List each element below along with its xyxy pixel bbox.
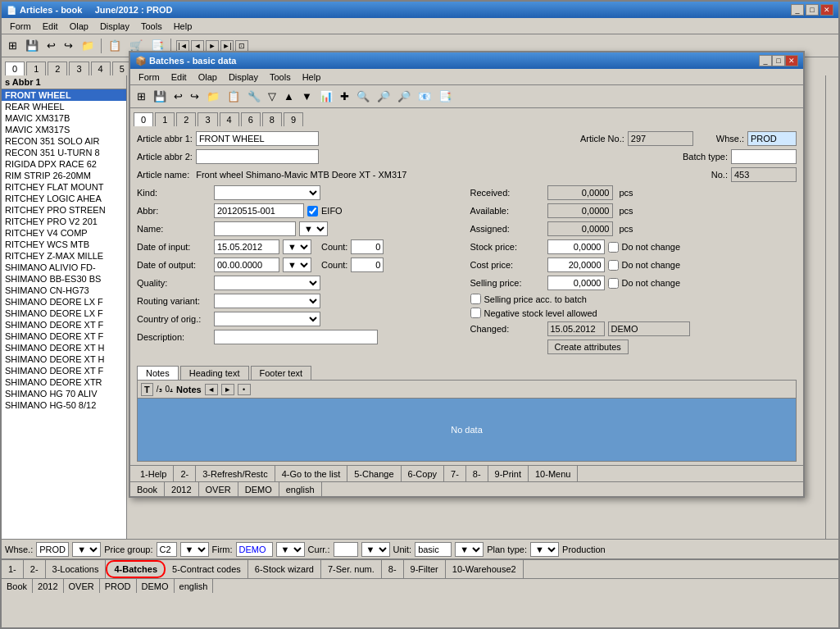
sidebar-item-ritchey6[interactable]: RITCHEY WCS MTB bbox=[2, 239, 126, 250]
num-tab-0[interactable]: 0 bbox=[5, 62, 25, 75]
sidebar-item-ritchey2[interactable]: RITCHEY LOGIC AHEA bbox=[2, 193, 126, 204]
unit-select[interactable]: ▼ bbox=[455, 542, 484, 557]
dialog-tb-undo[interactable]: ↩ bbox=[170, 88, 186, 106]
sidebar-item-shimano9[interactable]: SHIMANO DEORE XT H bbox=[2, 353, 126, 365]
sidebar-item-shimano3[interactable]: SHIMANO CN-HG73 bbox=[2, 285, 126, 296]
sidebar-item-ritchey7[interactable]: RITCHEY Z-MAX MILLE bbox=[2, 250, 126, 262]
date-output-select[interactable]: ▼ bbox=[283, 258, 311, 272]
bottom-nav-2[interactable]: 2- bbox=[24, 560, 46, 578]
name-select[interactable]: ▼ bbox=[299, 221, 328, 236]
dialog-tab-1[interactable]: 1 bbox=[155, 112, 175, 126]
firm-input[interactable] bbox=[236, 542, 273, 557]
dialog-tb-search3[interactable]: 🔎 bbox=[394, 88, 414, 106]
dialog-menu-display[interactable]: Display bbox=[224, 71, 263, 84]
dialog-menu-form[interactable]: Form bbox=[134, 71, 165, 84]
negstock-checkbox[interactable] bbox=[470, 308, 481, 318]
bottom-nav-1[interactable]: 1- bbox=[2, 560, 24, 578]
dialog-tab-6[interactable]: 6 bbox=[241, 112, 261, 126]
dialog-minimize[interactable]: _ bbox=[759, 55, 772, 66]
sidebar-item-shimano1[interactable]: SHIMANO ALIVIO FD- bbox=[2, 262, 126, 273]
received-input[interactable] bbox=[547, 185, 613, 200]
sidebar-item-mavics[interactable]: MAVIC XM317S bbox=[2, 124, 126, 135]
maximize-button[interactable]: □ bbox=[806, 4, 819, 16]
sidebar-item-shimano12[interactable]: SHIMANO HG 70 ALIV bbox=[2, 388, 126, 399]
sidebar-item-mavicb[interactable]: MAVIC XM317B bbox=[2, 112, 126, 124]
sidebar-item-shimano4[interactable]: SHIMANO DEORE LX F bbox=[2, 296, 126, 308]
plantype-select[interactable]: ▼ bbox=[530, 542, 559, 557]
sidebar-item-shimano10[interactable]: SHIMANO DEORE XT F bbox=[2, 365, 126, 376]
changed-user[interactable] bbox=[608, 321, 690, 336]
notes-left-icon[interactable]: ◄ bbox=[205, 384, 218, 395]
dialog-tb-open[interactable]: 📁 bbox=[203, 88, 223, 106]
sidebar-item-shimano8[interactable]: SHIMANO DEORE XT H bbox=[2, 342, 126, 353]
curr-select[interactable]: ▼ bbox=[361, 542, 390, 557]
sidebar-item-recon1[interactable]: RECON 351 SOLO AIR bbox=[2, 135, 126, 147]
menu-edit[interactable]: Edit bbox=[38, 20, 63, 33]
date-output-field[interactable] bbox=[214, 258, 279, 272]
changed-date[interactable] bbox=[547, 321, 605, 336]
dialog-tb-up[interactable]: ▲ bbox=[280, 88, 297, 106]
dialog-tab-0[interactable]: 0 bbox=[134, 112, 153, 126]
pricegroup-input[interactable] bbox=[157, 542, 177, 557]
dialog-tb-save[interactable]: 💾 bbox=[150, 88, 170, 106]
bottom-nav-contracts[interactable]: 5-Contract codes bbox=[166, 560, 248, 578]
nav-next[interactable]: ► bbox=[206, 40, 219, 52]
dialog-tb-redo[interactable]: ↪ bbox=[187, 88, 202, 106]
bottom-nav-warehouse2[interactable]: 10-Warehouse2 bbox=[446, 560, 524, 578]
dialog-tb-clipboard[interactable]: 📋 bbox=[224, 88, 243, 106]
dialog-maximize[interactable]: □ bbox=[772, 55, 785, 66]
bottom-nav-filter[interactable]: 9-Filter bbox=[404, 560, 446, 578]
sidebar-item-ritchey5[interactable]: RITCHEY V4 COMP bbox=[2, 227, 126, 239]
dialog-menu-edit[interactable]: Edit bbox=[166, 71, 192, 84]
count-input1[interactable] bbox=[351, 239, 384, 254]
sidebar-item-ritchey3[interactable]: RITCHEY PRO STREEN bbox=[2, 204, 126, 216]
menu-olap[interactable]: Olap bbox=[65, 20, 93, 33]
sidebar-item-frontwheel[interactable]: FRONT WHEEL bbox=[2, 89, 126, 101]
dialog-tab-8[interactable]: 8 bbox=[262, 112, 282, 126]
dialog-status-copy[interactable]: 6-Copy bbox=[402, 466, 444, 481]
dialog-tb-report[interactable]: 📑 bbox=[435, 88, 455, 106]
tab-heading[interactable]: Heading text bbox=[180, 366, 249, 380]
dialog-status-refresh[interactable]: 3-Refresh/Restc bbox=[196, 466, 275, 481]
available-input[interactable] bbox=[547, 203, 613, 218]
sellingacc-checkbox[interactable] bbox=[470, 294, 481, 304]
nav-prev[interactable]: ◄ bbox=[191, 40, 204, 52]
article-no-input[interactable] bbox=[628, 131, 693, 146]
sidebar-item-shimano5[interactable]: SHIMANO DEORE LX F bbox=[2, 308, 126, 319]
dialog-menu-tools[interactable]: Tools bbox=[265, 71, 296, 84]
firm-select[interactable]: ▼ bbox=[276, 542, 305, 557]
pricegroup-select[interactable]: ▼ bbox=[180, 542, 209, 557]
article-abbr1-input[interactable] bbox=[196, 131, 319, 146]
whse-dlg-input[interactable] bbox=[747, 131, 797, 146]
dialog-tb-down[interactable]: ▼ bbox=[298, 88, 316, 106]
main-scrollbar[interactable] bbox=[825, 75, 838, 539]
dialog-tb-email[interactable]: 📧 bbox=[415, 88, 434, 106]
dialog-tb-grid[interactable]: ⊞ bbox=[134, 88, 149, 106]
sidebar-item-rearwheel[interactable]: REAR WHEEL bbox=[2, 101, 126, 112]
toolbar-open-btn[interactable]: 📁 bbox=[78, 37, 98, 55]
dialog-status-7[interactable]: 7- bbox=[444, 466, 466, 481]
menu-form[interactable]: Form bbox=[5, 20, 36, 33]
sidebar-item-shimano11[interactable]: SHIMANO DEORE XTR bbox=[2, 376, 126, 388]
sidebar-item-shimano7[interactable]: SHIMANO DEORE XT F bbox=[2, 330, 126, 342]
dialog-tb-filter[interactable]: 🔧 bbox=[244, 88, 264, 106]
toolbar-undo-btn[interactable]: ↩ bbox=[43, 37, 59, 55]
quality-select[interactable] bbox=[214, 276, 320, 290]
notes-right-icon[interactable]: ► bbox=[221, 384, 234, 395]
no-input[interactable] bbox=[731, 167, 797, 182]
nav-first[interactable]: |◄ bbox=[176, 40, 189, 52]
tab-notes[interactable]: Notes bbox=[137, 366, 179, 380]
dialog-menu-help[interactable]: Help bbox=[297, 71, 326, 84]
routing-select[interactable] bbox=[214, 294, 320, 308]
sidebar-item-rigida[interactable]: RIGIDA DPX RACE 62 bbox=[2, 158, 126, 170]
assigned-input[interactable] bbox=[547, 221, 613, 236]
sellingprice-checkbox[interactable] bbox=[608, 278, 619, 289]
dialog-status-help[interactable]: 1-Help bbox=[134, 466, 174, 481]
bottom-nav-8[interactable]: 8- bbox=[382, 560, 404, 578]
whse-select[interactable]: ▼ bbox=[72, 542, 101, 557]
notes-bold-btn[interactable]: T bbox=[141, 383, 153, 396]
sidebar-item-recon2[interactable]: RECON 351 U-TURN 8 bbox=[2, 147, 126, 158]
country-select[interactable] bbox=[214, 312, 320, 326]
nav-jump[interactable]: ⊡ bbox=[235, 40, 248, 52]
stockprice-checkbox[interactable] bbox=[608, 242, 619, 253]
